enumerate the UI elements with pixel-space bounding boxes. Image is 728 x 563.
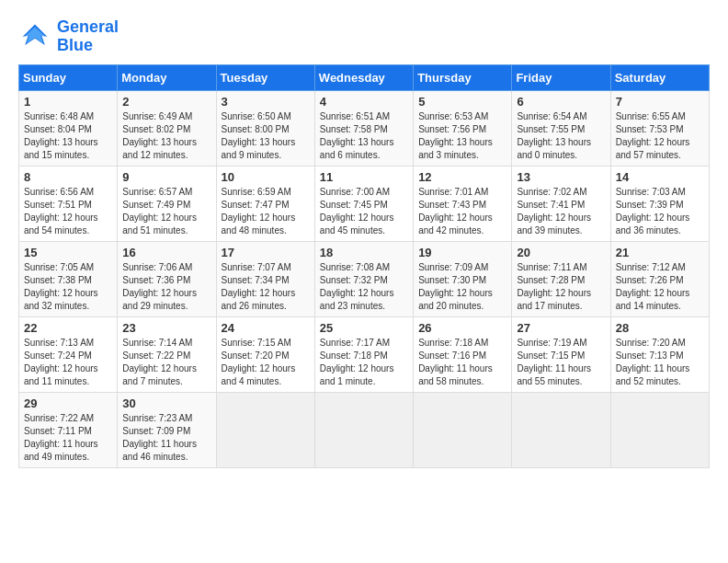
column-header-thursday: Thursday xyxy=(414,64,512,90)
day-number: 26 xyxy=(418,321,506,335)
day-number: 19 xyxy=(418,246,506,259)
calendar-cell: 27Sunrise: 7:19 AM Sunset: 7:15 PM Dayli… xyxy=(512,316,610,392)
calendar-cell: 7Sunrise: 6:55 AM Sunset: 7:53 PM Daylig… xyxy=(610,90,709,166)
calendar-week-5: 29Sunrise: 7:22 AM Sunset: 7:11 PM Dayli… xyxy=(19,392,710,467)
day-number: 27 xyxy=(517,321,605,335)
day-info: Sunrise: 6:53 AM Sunset: 7:56 PM Dayligh… xyxy=(418,110,506,162)
calendar-cell: 19Sunrise: 7:09 AM Sunset: 7:30 PM Dayli… xyxy=(414,241,512,316)
calendar-cell: 23Sunrise: 7:14 AM Sunset: 7:22 PM Dayli… xyxy=(118,316,216,392)
day-info: Sunrise: 6:59 AM Sunset: 7:47 PM Dayligh… xyxy=(222,186,310,237)
calendar-cell: 8Sunrise: 6:56 AM Sunset: 7:51 PM Daylig… xyxy=(19,166,118,241)
day-info: Sunrise: 7:06 AM Sunset: 7:36 PM Dayligh… xyxy=(122,261,210,313)
calendar-cell: 21Sunrise: 7:12 AM Sunset: 7:26 PM Dayli… xyxy=(610,241,709,316)
day-number: 8 xyxy=(24,170,112,184)
calendar-cell: 30Sunrise: 7:23 AM Sunset: 7:09 PM Dayli… xyxy=(118,392,216,467)
day-number: 2 xyxy=(122,95,210,109)
day-number: 9 xyxy=(122,170,210,184)
day-number: 20 xyxy=(517,246,605,259)
calendar-cell: 18Sunrise: 7:08 AM Sunset: 7:32 PM Dayli… xyxy=(314,241,413,316)
day-info: Sunrise: 6:50 AM Sunset: 8:00 PM Dayligh… xyxy=(222,110,310,162)
calendar-cell: 15Sunrise: 7:05 AM Sunset: 7:38 PM Dayli… xyxy=(19,241,118,316)
page-header: General Blue xyxy=(18,18,710,55)
day-number: 12 xyxy=(418,170,506,184)
calendar-cell: 14Sunrise: 7:03 AM Sunset: 7:39 PM Dayli… xyxy=(610,166,709,241)
calendar-week-1: 1Sunrise: 6:48 AM Sunset: 8:04 PM Daylig… xyxy=(19,90,710,166)
day-info: Sunrise: 7:12 AM Sunset: 7:26 PM Dayligh… xyxy=(616,261,704,313)
column-header-wednesday: Wednesday xyxy=(314,64,413,90)
calendar-week-4: 22Sunrise: 7:13 AM Sunset: 7:24 PM Dayli… xyxy=(19,316,710,392)
logo-icon xyxy=(18,20,51,53)
day-info: Sunrise: 6:54 AM Sunset: 7:55 PM Dayligh… xyxy=(517,110,605,162)
calendar-cell: 11Sunrise: 7:00 AM Sunset: 7:45 PM Dayli… xyxy=(314,166,413,241)
day-info: Sunrise: 7:17 AM Sunset: 7:18 PM Dayligh… xyxy=(320,337,408,388)
day-info: Sunrise: 7:07 AM Sunset: 7:34 PM Dayligh… xyxy=(222,261,310,313)
day-info: Sunrise: 7:05 AM Sunset: 7:38 PM Dayligh… xyxy=(24,261,112,313)
calendar-cell: 6Sunrise: 6:54 AM Sunset: 7:55 PM Daylig… xyxy=(512,90,610,166)
logo-text: General Blue xyxy=(57,18,119,55)
day-info: Sunrise: 7:13 AM Sunset: 7:24 PM Dayligh… xyxy=(24,337,112,388)
day-info: Sunrise: 7:14 AM Sunset: 7:22 PM Dayligh… xyxy=(122,337,210,388)
day-number: 29 xyxy=(24,396,112,410)
calendar-cell xyxy=(512,392,610,467)
day-number: 13 xyxy=(517,170,605,184)
day-number: 28 xyxy=(616,321,704,335)
day-info: Sunrise: 7:09 AM Sunset: 7:30 PM Dayligh… xyxy=(418,261,506,313)
day-number: 23 xyxy=(122,321,210,335)
day-number: 4 xyxy=(320,95,408,109)
day-info: Sunrise: 7:19 AM Sunset: 7:15 PM Dayligh… xyxy=(517,337,605,388)
calendar-cell xyxy=(216,392,314,467)
calendar-cell: 12Sunrise: 7:01 AM Sunset: 7:43 PM Dayli… xyxy=(414,166,512,241)
calendar-table: SundayMondayTuesdayWednesdayThursdayFrid… xyxy=(18,64,710,468)
calendar-cell: 25Sunrise: 7:17 AM Sunset: 7:18 PM Dayli… xyxy=(314,316,413,392)
day-info: Sunrise: 6:49 AM Sunset: 8:02 PM Dayligh… xyxy=(122,110,210,162)
calendar-cell: 2Sunrise: 6:49 AM Sunset: 8:02 PM Daylig… xyxy=(118,90,216,166)
day-info: Sunrise: 7:02 AM Sunset: 7:41 PM Dayligh… xyxy=(517,186,605,237)
day-info: Sunrise: 7:03 AM Sunset: 7:39 PM Dayligh… xyxy=(616,186,704,237)
day-info: Sunrise: 7:01 AM Sunset: 7:43 PM Dayligh… xyxy=(418,186,506,237)
day-info: Sunrise: 6:55 AM Sunset: 7:53 PM Dayligh… xyxy=(616,110,704,162)
day-number: 30 xyxy=(122,396,210,410)
logo: General Blue xyxy=(18,18,119,55)
day-number: 7 xyxy=(616,95,704,109)
day-info: Sunrise: 7:20 AM Sunset: 7:13 PM Dayligh… xyxy=(616,337,704,388)
day-number: 6 xyxy=(517,95,605,109)
calendar-cell: 29Sunrise: 7:22 AM Sunset: 7:11 PM Dayli… xyxy=(19,392,118,467)
day-number: 25 xyxy=(320,321,408,335)
day-number: 1 xyxy=(24,95,112,109)
day-number: 10 xyxy=(222,170,310,184)
calendar-cell: 28Sunrise: 7:20 AM Sunset: 7:13 PM Dayli… xyxy=(610,316,709,392)
column-header-tuesday: Tuesday xyxy=(216,64,314,90)
calendar-cell: 3Sunrise: 6:50 AM Sunset: 8:00 PM Daylig… xyxy=(216,90,314,166)
day-info: Sunrise: 7:08 AM Sunset: 7:32 PM Dayligh… xyxy=(320,261,408,313)
calendar-cell: 13Sunrise: 7:02 AM Sunset: 7:41 PM Dayli… xyxy=(512,166,610,241)
day-info: Sunrise: 6:56 AM Sunset: 7:51 PM Dayligh… xyxy=(24,186,112,237)
day-info: Sunrise: 7:15 AM Sunset: 7:20 PM Dayligh… xyxy=(222,337,310,388)
calendar-header-row: SundayMondayTuesdayWednesdayThursdayFrid… xyxy=(19,64,710,90)
day-info: Sunrise: 6:48 AM Sunset: 8:04 PM Dayligh… xyxy=(24,110,112,162)
day-info: Sunrise: 6:51 AM Sunset: 7:58 PM Dayligh… xyxy=(320,110,408,162)
calendar-cell: 16Sunrise: 7:06 AM Sunset: 7:36 PM Dayli… xyxy=(118,241,216,316)
calendar-cell: 5Sunrise: 6:53 AM Sunset: 7:56 PM Daylig… xyxy=(414,90,512,166)
day-info: Sunrise: 6:57 AM Sunset: 7:49 PM Dayligh… xyxy=(122,186,210,237)
calendar-cell: 20Sunrise: 7:11 AM Sunset: 7:28 PM Dayli… xyxy=(512,241,610,316)
calendar-cell xyxy=(414,392,512,467)
column-header-saturday: Saturday xyxy=(610,64,709,90)
calendar-cell: 24Sunrise: 7:15 AM Sunset: 7:20 PM Dayli… xyxy=(216,316,314,392)
column-header-friday: Friday xyxy=(512,64,610,90)
day-number: 24 xyxy=(222,321,310,335)
day-number: 18 xyxy=(320,246,408,259)
day-number: 5 xyxy=(418,95,506,109)
column-header-monday: Monday xyxy=(118,64,216,90)
day-info: Sunrise: 7:11 AM Sunset: 7:28 PM Dayligh… xyxy=(517,261,605,313)
calendar-cell: 17Sunrise: 7:07 AM Sunset: 7:34 PM Dayli… xyxy=(216,241,314,316)
day-info: Sunrise: 7:23 AM Sunset: 7:09 PM Dayligh… xyxy=(122,412,210,464)
calendar-cell: 1Sunrise: 6:48 AM Sunset: 8:04 PM Daylig… xyxy=(19,90,118,166)
calendar-cell: 4Sunrise: 6:51 AM Sunset: 7:58 PM Daylig… xyxy=(314,90,413,166)
calendar-cell: 9Sunrise: 6:57 AM Sunset: 7:49 PM Daylig… xyxy=(118,166,216,241)
day-info: Sunrise: 7:00 AM Sunset: 7:45 PM Dayligh… xyxy=(320,186,408,237)
day-number: 22 xyxy=(24,321,112,335)
calendar-week-3: 15Sunrise: 7:05 AM Sunset: 7:38 PM Dayli… xyxy=(19,241,710,316)
calendar-cell: 22Sunrise: 7:13 AM Sunset: 7:24 PM Dayli… xyxy=(19,316,118,392)
day-number: 16 xyxy=(122,246,210,259)
calendar-cell: 10Sunrise: 6:59 AM Sunset: 7:47 PM Dayli… xyxy=(216,166,314,241)
